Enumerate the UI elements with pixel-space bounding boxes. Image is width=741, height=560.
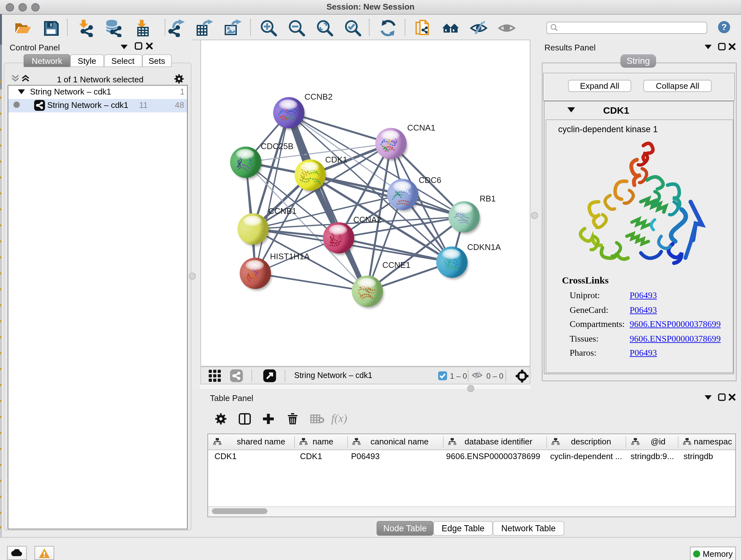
svg-text:CDC6: CDC6 xyxy=(419,175,441,185)
svg-text:CDC25B: CDC25B xyxy=(261,141,293,151)
svg-text:CDKN1A: CDKN1A xyxy=(467,242,501,252)
svg-text:HIST1H1A: HIST1H1A xyxy=(270,252,310,261)
svg-text:RB1: RB1 xyxy=(480,194,496,203)
svg-text:CCNE1: CCNE1 xyxy=(382,260,410,270)
svg-text:CCNA2: CCNA2 xyxy=(353,215,381,225)
svg-text:CCNA1: CCNA1 xyxy=(407,123,435,132)
svg-text:CCNB1: CCNB1 xyxy=(268,206,296,216)
svg-text:CDK1: CDK1 xyxy=(325,155,347,165)
svg-text:CCNB2: CCNB2 xyxy=(305,92,333,102)
